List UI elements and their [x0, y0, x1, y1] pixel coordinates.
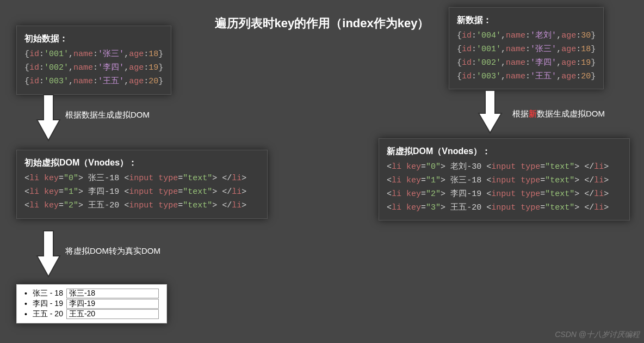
- initial-vnodes-rows: <li key="0"> 张三-18 <input type="text"> <…: [24, 172, 259, 212]
- initial-data-rows: {id:'001',name:'张三',age:18}{id:'002',nam…: [24, 48, 163, 88]
- data-row: {id:'003',name:'王五',age:20}: [457, 70, 596, 84]
- generate-vdom-label: 根据数据生成虚拟DOM: [65, 110, 150, 120]
- new-vnodes-box: 新虚拟DOM（Vnodes）： <li key="0"> 老刘-30 <inpu…: [379, 138, 630, 220]
- real-dom-label: 王五 - 20: [33, 309, 63, 319]
- generate-new-vdom-label: 根据新数据生成虚拟DOM: [512, 109, 605, 119]
- watermark: CSDN @十八岁讨厌编程: [555, 330, 640, 340]
- data-row: {id:'003',name:'王五',age:20}: [24, 75, 163, 89]
- new-vnodes-header: 新虚拟DOM（Vnodes）：: [387, 144, 622, 158]
- new-data-box: 新数据： {id:'004',name:'老刘',age:30}{id:'001…: [449, 7, 604, 89]
- label2-post: 数据生成虚拟DOM: [537, 109, 605, 118]
- data-row: {id:'001',name:'张三',age:18}: [24, 48, 163, 62]
- real-dom-row: 张三 - 18: [24, 289, 159, 298]
- real-dom-input[interactable]: [66, 309, 159, 319]
- real-dom-box: 张三 - 18李四 - 19王五 - 20: [16, 284, 167, 323]
- convert-to-real-dom-label: 将虚拟DOM转为真实DOM: [65, 246, 160, 256]
- vnode-row: <li key="2"> 王五-20 <input type="text"> <…: [24, 199, 259, 213]
- data-row: {id:'002',name:'李四',age:19}: [457, 57, 596, 70]
- arrow-down-icon: [36, 94, 61, 143]
- new-data-header: 新数据：: [457, 13, 596, 27]
- arrow-down-icon: [478, 89, 503, 135]
- arrow-down-icon: [36, 230, 61, 279]
- vnode-row: <li key="0"> 老刘-30 <input type="text"> <…: [387, 161, 622, 174]
- vnode-row: <li key="1"> 李四-19 <input type="text"> <…: [24, 186, 259, 199]
- new-vnodes-rows: <li key="0"> 老刘-30 <input type="text"> <…: [387, 161, 622, 215]
- label2-pre: 根据: [512, 109, 529, 118]
- initial-vnodes-box: 初始虚拟DOM（Vnodes）： <li key="0"> 张三-18 <inp…: [16, 150, 268, 219]
- initial-vnodes-header: 初始虚拟DOM（Vnodes）：: [24, 156, 259, 170]
- data-row: {id:'001',name:'张三',age:18}: [457, 43, 596, 57]
- initial-data-box: 初始数据： {id:'001',name:'张三',age:18}{id:'00…: [16, 26, 171, 95]
- real-dom-label: 张三 - 18: [33, 289, 63, 298]
- data-row: {id:'002',name:'李四',age:19}: [24, 62, 163, 75]
- real-dom-input[interactable]: [66, 299, 159, 309]
- real-dom-input[interactable]: [66, 289, 159, 298]
- real-dom-label: 李四 - 19: [33, 299, 63, 309]
- new-data-rows: {id:'004',name:'老刘',age:30}{id:'001',nam…: [457, 29, 596, 83]
- vnode-row: <li key="1"> 张三-18 <input type="text"> <…: [387, 174, 622, 188]
- real-dom-row: 李四 - 19: [24, 299, 159, 309]
- data-row: {id:'004',name:'老刘',age:30}: [457, 29, 596, 43]
- vnode-row: <li key="3"> 王五-20 <input type="text"> <…: [387, 201, 622, 215]
- page-title: 遍历列表时key的作用（index作为key）: [215, 15, 430, 32]
- vnode-row: <li key="2"> 李四-19 <input type="text"> <…: [387, 188, 622, 201]
- real-dom-row: 王五 - 20: [24, 309, 159, 319]
- vnode-row: <li key="0"> 张三-18 <input type="text"> <…: [24, 172, 259, 186]
- label2-hl: 新: [529, 109, 537, 118]
- initial-data-header: 初始数据：: [24, 32, 163, 46]
